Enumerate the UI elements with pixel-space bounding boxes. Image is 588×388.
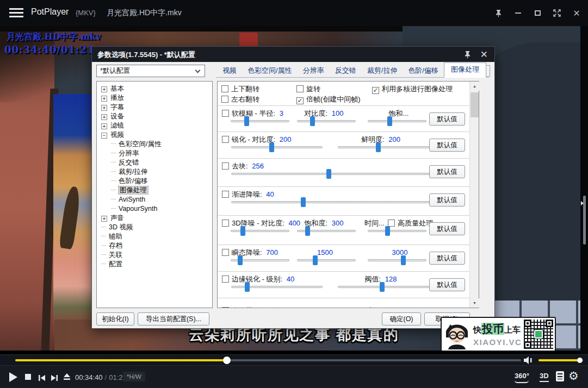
slider-thumb[interactable] <box>301 197 306 207</box>
default-button[interactable]: 默认值 <box>429 165 465 178</box>
slider-thumb[interactable] <box>326 169 331 179</box>
slider-track[interactable] <box>297 120 356 122</box>
tab-1[interactable]: 色彩空间/属性 <box>242 64 298 78</box>
close-icon[interactable]: ✕ <box>571 7 583 19</box>
playlist-edge-strip[interactable] <box>580 26 588 354</box>
slider-track[interactable] <box>297 259 356 261</box>
plus-icon[interactable]: + <box>101 96 107 102</box>
checkbox-option[interactable]: 左右翻转 <box>221 94 259 104</box>
dialog-titlebar[interactable]: 参数选项(1.7.5545) - *默认配置 ✕ <box>92 47 494 62</box>
tree-item[interactable]: +声音 <box>97 214 212 223</box>
plus-icon[interactable]: + <box>101 114 107 120</box>
scroll-down-icon[interactable]: ▼ <box>470 298 479 308</box>
view-360-button[interactable]: 360° <box>515 372 529 383</box>
tree-item[interactable]: +播放 <box>97 93 212 103</box>
slider-thumb[interactable] <box>244 116 249 126</box>
tab-3[interactable]: 反交错 <box>330 64 362 78</box>
checkbox-box[interactable]: ✓ <box>296 97 304 104</box>
slider-track[interactable] <box>368 230 426 232</box>
slider-thumb[interactable] <box>401 255 406 265</box>
initialize-button[interactable]: 初始化(I) <box>96 312 134 326</box>
slider-thumb[interactable] <box>310 116 315 126</box>
scrollbar-thumb[interactable] <box>471 92 479 117</box>
stop-icon[interactable] <box>25 374 31 380</box>
tree-item[interactable]: −视频 <box>97 130 212 140</box>
tree-item[interactable]: 色阶/偏移 <box>97 177 212 186</box>
fullscreen-icon[interactable] <box>551 7 563 19</box>
tree-item[interactable]: 配置 <box>97 260 212 269</box>
row-checkbox[interactable] <box>222 276 229 283</box>
tree-item[interactable]: VapourSynth <box>97 204 212 214</box>
row-checkbox[interactable] <box>222 249 229 256</box>
panel-scrollbar[interactable]: ▲ ▼ <box>469 82 479 308</box>
tree-item[interactable]: 分辨率 <box>97 149 212 158</box>
tree-item[interactable]: 裁剪/拉伸 <box>97 167 212 177</box>
slider-thumb[interactable] <box>240 226 245 236</box>
checkbox-option[interactable]: 旋转 <box>296 84 361 94</box>
checkbox-option[interactable]: ✓利用多核进行图像处理 <box>372 84 453 94</box>
tab-5[interactable]: 色阶/偏移 <box>403 64 444 78</box>
minus-icon[interactable]: − <box>101 133 107 139</box>
slider-track[interactable] <box>231 173 430 175</box>
plus-icon[interactable]: + <box>101 216 107 222</box>
tree-item[interactable]: 色彩空间/属性 <box>97 140 212 149</box>
dialog-pin-icon[interactable] <box>463 51 472 61</box>
checkbox-box[interactable] <box>221 85 228 92</box>
tree-item[interactable]: +设备 <box>97 112 212 121</box>
tree-item[interactable]: +基本 <box>97 84 212 93</box>
default-button[interactable]: 默认值 <box>429 278 465 291</box>
playlist-handle-arrow-icon[interactable] <box>581 201 584 205</box>
default-button[interactable]: 默认值 <box>429 112 465 126</box>
tab-2[interactable]: 分辨率 <box>298 64 330 78</box>
slider-track[interactable] <box>338 146 429 148</box>
row-checkbox[interactable] <box>222 136 229 143</box>
play-icon[interactable] <box>9 372 17 382</box>
scroll-up-icon[interactable]: ▲ <box>470 82 479 91</box>
tab-6[interactable]: 图像处理 <box>444 62 486 78</box>
slider-thumb[interactable] <box>376 142 381 152</box>
slider-thumb[interactable] <box>385 226 390 236</box>
slider-thumb[interactable] <box>387 116 392 126</box>
plus-icon[interactable]: + <box>101 123 107 129</box>
plus-icon[interactable]: + <box>101 86 107 92</box>
export-config-button[interactable]: 导出当前配置(S)... <box>138 312 209 326</box>
checkbox-option[interactable]: ✓倍帧(创建中间帧) <box>296 94 361 104</box>
minimize-icon[interactable] <box>512 7 524 19</box>
slider-track[interactable] <box>297 230 356 232</box>
next-icon[interactable] <box>51 374 58 384</box>
volume-slider[interactable] <box>539 359 583 361</box>
tree-item[interactable]: 关联 <box>97 251 212 260</box>
dialog-close-icon[interactable]: ✕ <box>480 49 488 60</box>
slider-thumb[interactable] <box>245 282 250 292</box>
row-checkbox[interactable] <box>222 162 229 170</box>
tree-item[interactable]: 辅助 <box>97 232 212 241</box>
tree-item[interactable]: 图像处理 <box>97 186 212 195</box>
checkbox-option[interactable]: 上下翻转 <box>221 84 259 94</box>
view-3d-button[interactable]: 3D <box>540 372 549 382</box>
checkbox-box[interactable] <box>296 85 304 92</box>
slider-thumb[interactable] <box>380 282 385 292</box>
slider-track[interactable] <box>231 120 289 122</box>
hw-decoder-badge[interactable]: *H/W <box>123 372 145 381</box>
slider-track[interactable] <box>368 120 426 122</box>
seek-thumb[interactable] <box>223 356 231 364</box>
default-button[interactable]: 默认值 <box>429 252 465 265</box>
plus-icon[interactable]: + <box>101 105 107 111</box>
slider-thumb[interactable] <box>238 255 243 265</box>
playlist-icon[interactable] <box>556 371 564 381</box>
tab-4[interactable]: 裁剪/拉伸 <box>362 64 403 78</box>
tab-0[interactable]: 视频 <box>217 64 242 78</box>
row-checkbox[interactable] <box>222 191 229 198</box>
ok-button[interactable]: 确定(O) <box>382 312 421 326</box>
tree-item[interactable]: 3D 视频 <box>97 223 212 232</box>
row-checkbox[interactable] <box>222 110 229 117</box>
slider-track[interactable] <box>231 230 289 232</box>
slider-thumb[interactable] <box>305 226 310 236</box>
eject-icon[interactable] <box>63 373 71 383</box>
hamburger-menu-icon[interactable] <box>9 8 23 20</box>
previous-icon[interactable] <box>38 374 46 384</box>
tree-item[interactable]: 反交错 <box>97 158 212 167</box>
default-button[interactable]: 默认值 <box>429 193 465 206</box>
slider-track[interactable] <box>231 201 430 203</box>
preset-dropdown[interactable]: *默认配置 <box>96 65 205 77</box>
